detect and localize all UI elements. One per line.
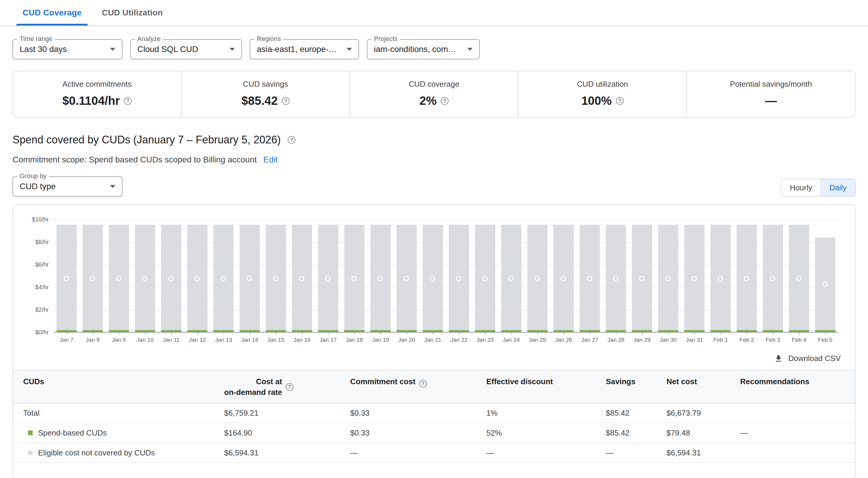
- chart-bar[interactable]: [737, 225, 757, 332]
- chart-bar[interactable]: [527, 225, 548, 332]
- download-icon: [774, 354, 783, 363]
- tab-cud-utilization[interactable]: CUD Utilization: [92, 0, 173, 26]
- chart-plot: [54, 220, 838, 333]
- cell-cost: $164.90: [219, 423, 345, 443]
- time-range-label: Time range: [17, 35, 55, 43]
- x-axis-label: Feb 2: [734, 333, 760, 343]
- tab-cud-coverage[interactable]: CUD Coverage: [12, 0, 92, 26]
- chart-bar[interactable]: [475, 225, 496, 332]
- projects-filter[interactable]: Projects iam-conditions, commit...: [367, 39, 480, 59]
- chart-bar[interactable]: [815, 238, 836, 332]
- chart-bar[interactable]: [370, 225, 391, 332]
- dropdown-caret-icon: [110, 48, 115, 51]
- chart-bar[interactable]: [318, 225, 339, 332]
- chart-bar[interactable]: [292, 225, 312, 332]
- chart-bar[interactable]: [266, 225, 286, 332]
- help-icon[interactable]: [124, 97, 132, 105]
- covered-segment: [161, 330, 182, 332]
- download-csv-label: Download CSV: [788, 354, 841, 363]
- bar-circle-marker-icon: [561, 276, 566, 281]
- metric-label: Active commitments: [18, 79, 176, 89]
- green-square-legend-icon: [28, 431, 33, 435]
- help-icon[interactable]: [419, 380, 427, 387]
- bar-circle-marker-icon: [221, 276, 226, 281]
- cud-analysis-page: CUD Coverage CUD Utilization Time range …: [0, 0, 868, 478]
- covered-segment: [240, 330, 260, 332]
- chart-bar[interactable]: [658, 225, 679, 332]
- section-title: Spend covered by CUDs (January 7 – Febru…: [12, 134, 281, 146]
- help-icon[interactable]: [616, 97, 624, 105]
- row-label: Total: [23, 408, 39, 418]
- chart-bar[interactable]: [397, 225, 417, 332]
- group-by-dropdown[interactable]: Group by CUD type: [12, 176, 122, 197]
- metrics-summary-card: Active commitments $0.1104/hr CUD saving…: [12, 71, 856, 117]
- chart-bar[interactable]: [710, 225, 731, 332]
- bar-circle-marker-icon: [691, 276, 697, 281]
- covered-segment: [83, 330, 103, 332]
- x-axis-label: Jan 13: [211, 333, 237, 343]
- hourly-toggle-button[interactable]: Hourly: [781, 179, 821, 197]
- bar-circle-marker-icon: [64, 276, 69, 281]
- download-csv-button[interactable]: Download CSV: [774, 354, 841, 363]
- table-row-eligible-cost-not-covered: Eligible cost not covered by CUDs $6,594…: [13, 443, 855, 463]
- covered-segment: [501, 330, 522, 332]
- x-axis-label: Jan 14: [237, 333, 263, 343]
- help-icon[interactable]: [282, 97, 289, 105]
- granularity-toggle: Hourly Daily: [781, 179, 856, 197]
- col-effective-discount: Effective discount: [482, 371, 601, 403]
- analyze-filter[interactable]: Analyze Cloud SQL CUD: [130, 39, 242, 59]
- y-axis-label: $8/hr: [35, 239, 49, 245]
- chart-bar[interactable]: [344, 225, 365, 332]
- help-icon[interactable]: [286, 383, 293, 391]
- col-cuds: CUDs: [13, 371, 219, 403]
- chart-bar[interactable]: [161, 225, 182, 332]
- help-icon[interactable]: [441, 97, 448, 105]
- daily-toggle-button[interactable]: Daily: [821, 179, 856, 197]
- edit-scope-link[interactable]: Edit: [264, 155, 278, 165]
- chart-bar[interactable]: [423, 225, 443, 332]
- chart-bar[interactable]: [109, 225, 129, 332]
- chart-bar[interactable]: [763, 225, 783, 332]
- cell-recommendations: [736, 403, 855, 423]
- help-icon[interactable]: [288, 136, 296, 144]
- chart-bar[interactable]: [240, 225, 260, 332]
- chart-bar[interactable]: [83, 225, 103, 332]
- table-header-row: CUDs Cost at on-demand rate Commitment c…: [13, 371, 855, 403]
- metric-value: $0.1104/hr: [62, 94, 120, 107]
- regions-filter[interactable]: Regions asia-east1, europe-west...: [250, 39, 359, 59]
- x-axis-label: Jan 25: [524, 333, 551, 343]
- chart-bar[interactable]: [632, 225, 652, 332]
- chart-bar[interactable]: [554, 225, 574, 332]
- chart-bar[interactable]: [501, 225, 522, 332]
- chart-bar[interactable]: [580, 225, 600, 332]
- chart-bar[interactable]: [449, 225, 469, 332]
- covered-segment: [475, 330, 496, 332]
- tab-bar: CUD Coverage CUD Utilization: [0, 0, 868, 26]
- bar-circle-marker-icon: [273, 276, 278, 281]
- time-range-value: Last 30 days: [20, 44, 102, 54]
- x-axis-label: Jan 17: [315, 333, 341, 343]
- cell-discount: 1%: [482, 403, 601, 423]
- dropdown-caret-icon: [467, 48, 473, 51]
- x-axis-label: Jan 11: [158, 333, 184, 343]
- cell-savings: $85.42: [601, 423, 662, 443]
- x-axis-label: Jan 27: [577, 333, 603, 343]
- chart-bar[interactable]: [684, 225, 705, 332]
- covered-segment: [397, 330, 417, 332]
- y-axis-label: $4/hr: [35, 284, 49, 291]
- chart-bar[interactable]: [135, 225, 155, 332]
- covered-segment: [370, 330, 391, 332]
- chart-bar[interactable]: [57, 225, 77, 332]
- metric-label: CUD utilization: [523, 79, 682, 89]
- tab-cud-utilization-label: CUD Utilization: [102, 8, 163, 18]
- covered-segment: [187, 330, 208, 332]
- chart-bar[interactable]: [213, 225, 234, 332]
- time-range-filter[interactable]: Time range Last 30 days: [12, 39, 122, 59]
- chart-bar[interactable]: [187, 225, 208, 332]
- gray-circle-legend-icon: [28, 450, 33, 455]
- chart-bar[interactable]: [606, 225, 626, 332]
- col-commitment-cost: Commitment cost: [345, 371, 482, 403]
- chart-x-axis: Jan 7Jan 8Jan 9Jan 10Jan 11Jan 12Jan 13J…: [54, 333, 838, 343]
- chart-bar[interactable]: [789, 225, 809, 332]
- bar-circle-marker-icon: [796, 276, 801, 281]
